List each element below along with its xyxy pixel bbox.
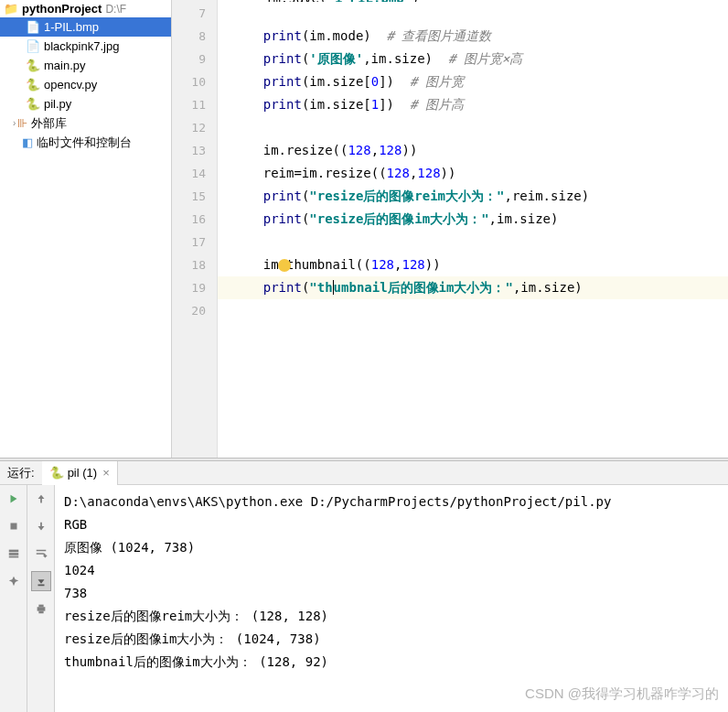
run-tab[interactable]: 🐍 pil (1) × bbox=[42, 461, 118, 485]
line-number: 7 bbox=[172, 2, 217, 25]
code-line[interactable]: im.thumbnail((128,128)) bbox=[218, 254, 728, 276]
console-line: D:\anaconda\envs\AKS\python.exe D:/Pycha… bbox=[64, 491, 719, 513]
folder-icon: 📁 bbox=[4, 2, 18, 16]
file-tree-item[interactable]: 🐍main.py bbox=[0, 56, 171, 75]
run-toolbar-middle bbox=[27, 485, 55, 712]
console-output[interactable]: D:\anaconda\envs\AKS\python.exe D:/Pycha… bbox=[55, 485, 728, 712]
layout-button[interactable] bbox=[4, 544, 24, 564]
code-line[interactable]: reim=im.resize((128,128)) bbox=[218, 162, 728, 185]
console-line: RGB bbox=[64, 513, 719, 536]
section-label: 临时文件和控制台 bbox=[37, 135, 132, 151]
svg-rect-6 bbox=[38, 611, 43, 614]
code-line[interactable] bbox=[218, 2, 728, 25]
line-number: 16 bbox=[172, 208, 217, 231]
console-line: resize后的图像reim大小为： (128, 128) bbox=[64, 605, 719, 628]
svg-rect-5 bbox=[38, 605, 43, 608]
line-number: 17 bbox=[172, 231, 217, 254]
print-button[interactable] bbox=[31, 599, 51, 619]
project-name: pythonProject bbox=[22, 2, 102, 16]
code-line[interactable]: im.resize((128,128)) bbox=[218, 139, 728, 162]
code-line[interactable]: print(im.mode) # 查看图片通道数 bbox=[218, 25, 728, 48]
external-libs-icon: ⊪ bbox=[17, 116, 27, 130]
console-line: resize后的图像im大小为： (1024, 738) bbox=[64, 628, 719, 651]
up-button[interactable] bbox=[31, 489, 51, 509]
project-sidebar[interactable]: 📁 pythonProject D:\F 📄1-PIL.bmp📄blackpin… bbox=[0, 0, 172, 458]
intention-bulb-icon[interactable] bbox=[278, 259, 291, 272]
run-panel: 运行: 🐍 pil (1) × D:\anaconda\envs\AKS\pyt… bbox=[0, 461, 728, 712]
project-root[interactable]: 📁 pythonProject D:\F bbox=[0, 0, 171, 17]
python-file-icon: 🐍 bbox=[26, 78, 40, 92]
image-file-icon: 📄 bbox=[26, 39, 40, 53]
python-file-icon: 🐍 bbox=[26, 97, 40, 111]
console-line: 1024 bbox=[64, 559, 719, 582]
sidebar-scratches[interactable]: ◧ 临时文件和控制台 bbox=[0, 133, 171, 152]
svg-rect-2 bbox=[8, 553, 18, 556]
image-file-icon: 📄 bbox=[26, 20, 40, 34]
code-content[interactable]: im.save('1-PIL.bmp') print(im.mode) # 查看… bbox=[218, 0, 728, 458]
line-number: 15 bbox=[172, 185, 217, 208]
code-line[interactable]: print("resize后的图像im大小为：",im.size) bbox=[218, 208, 728, 231]
code-line[interactable]: print("thumbnail后的图像im大小为：",im.size) bbox=[218, 276, 728, 299]
console-line: 738 bbox=[64, 582, 719, 605]
python-icon: 🐍 bbox=[49, 466, 64, 480]
svg-rect-0 bbox=[10, 523, 16, 530]
run-tab-name: pil (1) bbox=[68, 466, 98, 480]
sidebar-external-libs[interactable]: › ⊪ 外部库 bbox=[0, 113, 171, 133]
file-name: main.py bbox=[44, 59, 86, 72]
file-name: 1-PIL.bmp bbox=[44, 20, 99, 34]
pin-button[interactable] bbox=[4, 571, 24, 591]
code-line[interactable]: print(im.size[0]) # 图片宽 bbox=[218, 70, 728, 93]
close-icon[interactable]: × bbox=[102, 466, 110, 480]
line-number: 14 bbox=[172, 162, 217, 185]
line-gutter: 7891011121314151617181920 bbox=[172, 0, 218, 458]
stop-button[interactable] bbox=[4, 516, 24, 536]
file-tree-item[interactable]: 🐍opencv.py bbox=[0, 75, 171, 94]
line-number: 20 bbox=[172, 299, 217, 322]
code-editor[interactable]: 7891011121314151617181920 im.save('1-PIL… bbox=[172, 0, 728, 458]
project-path: D:\F bbox=[105, 3, 126, 16]
line-number: 9 bbox=[172, 48, 217, 70]
run-toolbar-left bbox=[0, 485, 27, 712]
chevron-right-icon: › bbox=[13, 118, 16, 128]
code-line[interactable] bbox=[218, 231, 728, 254]
code-line[interactable]: print('原图像',im.size) # 图片宽×高 bbox=[218, 48, 728, 70]
svg-rect-1 bbox=[8, 550, 18, 553]
line-number: 8 bbox=[172, 25, 217, 48]
file-tree-item[interactable]: 📄blackpink7.jpg bbox=[0, 37, 171, 56]
python-file-icon: 🐍 bbox=[26, 59, 40, 72]
console-line: 原图像 (1024, 738) bbox=[64, 536, 719, 559]
line-number: 18 bbox=[172, 254, 217, 276]
svg-rect-4 bbox=[37, 607, 45, 610]
file-name: pil.py bbox=[44, 97, 71, 111]
line-number: 10 bbox=[172, 70, 217, 93]
down-button[interactable] bbox=[31, 516, 51, 536]
console-line: thumbnail后的图像im大小为： (128, 92) bbox=[64, 651, 719, 674]
svg-rect-3 bbox=[8, 556, 18, 558]
file-name: opencv.py bbox=[44, 78, 97, 92]
section-label: 外部库 bbox=[31, 115, 67, 132]
run-label: 运行: bbox=[0, 465, 42, 481]
line-number: 13 bbox=[172, 139, 217, 162]
file-tree-item[interactable]: 📄1-PIL.bmp bbox=[0, 17, 171, 37]
file-name: blackpink7.jpg bbox=[44, 39, 119, 53]
file-tree-item[interactable]: 🐍pil.py bbox=[0, 94, 171, 113]
rerun-button[interactable] bbox=[4, 489, 24, 509]
line-number: 19 bbox=[172, 276, 217, 299]
scroll-to-end-button[interactable] bbox=[31, 571, 51, 591]
code-line[interactable] bbox=[218, 116, 728, 139]
line-number: 12 bbox=[172, 116, 217, 139]
line-number: 11 bbox=[172, 93, 217, 116]
scratches-icon: ◧ bbox=[22, 135, 33, 149]
code-line[interactable]: print(im.size[1]) # 图片高 bbox=[218, 93, 728, 116]
wrap-button[interactable] bbox=[31, 544, 51, 564]
run-header: 运行: 🐍 pil (1) × bbox=[0, 461, 728, 485]
code-line[interactable]: print("resize后的图像reim大小为：",reim.size) bbox=[218, 185, 728, 208]
